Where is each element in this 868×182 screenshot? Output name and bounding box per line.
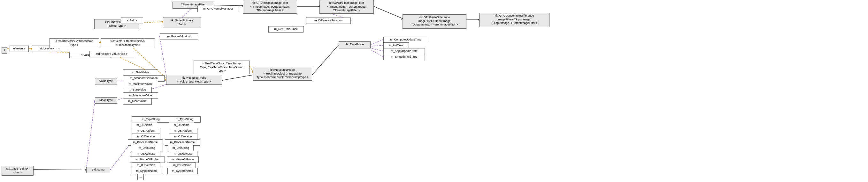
node-m_OSRelease_left: m_OSRelease (132, 151, 160, 157)
node-m_OSRelease_right: m_OSRelease (169, 151, 197, 157)
node-RealTimeClock_ref: < RealTimeClock::TimeStamp Type, RealTim… (194, 61, 249, 74)
node-m_ProcessorName_left: m_ProcessorName (128, 139, 163, 146)
node-m_ProbeValueList: m_ProbeValueList (160, 33, 198, 40)
svg-line-22 (372, 50, 383, 57)
node-ValueType_label: ValueType (95, 78, 117, 84)
node-m_OSPlatform_left: m_OSPlatform (132, 128, 160, 134)
node-m_OSName_left: m_OSName (132, 122, 157, 129)
svg-line-20 (372, 45, 383, 46)
svg-line-14 (374, 6, 403, 19)
node-GPUInPlaceImageFilter: itk::GPUInPlaceImageFilter < TInputImage… (319, 0, 374, 14)
node-m_StandardDeviation: m_StandardDeviation (123, 75, 164, 82)
node-m_ApplyUpdateTime: m_ApplyUpdateTime (383, 48, 425, 54)
svg-line-21 (372, 48, 383, 51)
svg-line-26 (222, 75, 253, 80)
node-Self_label: < Self > (121, 17, 143, 24)
node-std_string: std::string (86, 167, 110, 173)
node-m_ITKVersion_left: m_ITKVersion (132, 162, 160, 169)
node-RealTimeClock_TimeStampType: < RealTimeClock::TimeStamp Type > (50, 38, 99, 48)
node-std_vector_ValueType: std::vector< ValueType > (89, 51, 134, 58)
svg-line-38 (34, 170, 86, 170)
node-m_ComputeUpdateTime: m_ComputeUpdateTime (383, 37, 428, 43)
node-m_ProcessorName_right: m_ProcessorName (165, 139, 200, 146)
svg-line-28 (249, 66, 253, 72)
node-m_MeanValue: m_MeanValue (123, 98, 152, 105)
node-m_MaximumValue: m_MaximumValue (123, 81, 158, 87)
node-GPUImageToImageFilter: itk::GPUImageToImageFilter < TInputImage… (243, 0, 297, 14)
node-dots_left: ... (137, 174, 144, 180)
svg-line-42 (110, 142, 132, 170)
node-m_StartValue: m_StartValue (123, 87, 152, 93)
node-m_RealTimeClock: m_RealTimeClock (268, 26, 304, 33)
node-m_ITKVersion_right: m_ITKVersion (169, 162, 196, 169)
node-m_TypeString_left: m_TypeString (132, 116, 170, 123)
node-m_SystemName_right: m_SystemName (167, 168, 198, 174)
node-m_UnitString_left: m_UnitString (131, 145, 163, 151)
node-m_OSVersion_right: m_OSVersion (169, 134, 197, 140)
node-ResourceProbe_ValueType_MeanType: itk::ResourceProbe < ValueType, MeanType… (166, 75, 222, 85)
node-m_UnitString_right: m_UnitString (168, 145, 194, 151)
svg-line-34 (159, 36, 166, 75)
svg-line-19 (371, 39, 383, 45)
node-m_GPUKernelManager: m_GPUKernelManager (197, 6, 239, 12)
node-GPUDenseFiniteDifference: itk::GPUDenseFiniteDifference ImageFilte… (479, 13, 550, 27)
node-ResourceProbe_RTC: itk::ResourceProbe < RealTimeClock::Time… (253, 67, 312, 81)
node-m_MinimumValue: m_MinimumValue (123, 93, 158, 99)
node-m_OSPlatform_right: m_OSPlatform (169, 128, 197, 134)
node-m_NameOfProbe_right: m_NameOfProbe (167, 156, 199, 163)
svg-line-40 (86, 100, 95, 169)
node-m_InitTime: m_InitTime (383, 42, 409, 49)
node-elements: elements (9, 45, 29, 52)
node-GPUFiniteDifference: itk::GPUFiniteDifference ImageFilter< TI… (403, 14, 466, 29)
node-m_TypeString_right: m_TypeString (169, 116, 200, 123)
node-m_OSVersion_left: m_OSVersion (132, 134, 160, 140)
node-m_TotalValue: m_TotalValue (123, 70, 158, 76)
svg-line-23 (312, 45, 339, 75)
node-m_SmoothFieldTime: m_SmoothFieldTime (383, 54, 425, 60)
node-T: T (2, 47, 7, 53)
node-itk_TimeProbe: itk::TimeProbe (339, 41, 371, 48)
node-m_OSName_right: m_OSName (169, 122, 194, 129)
node-m_DifferenceFunction: m_DifferenceFunction (306, 17, 351, 24)
node-MeanType_label: MeanType (95, 97, 117, 104)
node-SmartPointer_Self: itk::SmartPointer< Self > (163, 17, 201, 27)
diagram-container: Telementsstd::vector< T >< ValueType >< … (0, 0, 868, 182)
node-std_basic_string: std::basic_string< char > (2, 166, 34, 176)
node-m_SystemName_left: m_SystemName (132, 168, 162, 174)
node-std_vector_RTC: std::vector< RealTimeClock ::TimeStampTy… (101, 38, 155, 48)
node-m_NameOfProbe_left: m_NameOfProbe (130, 156, 165, 163)
